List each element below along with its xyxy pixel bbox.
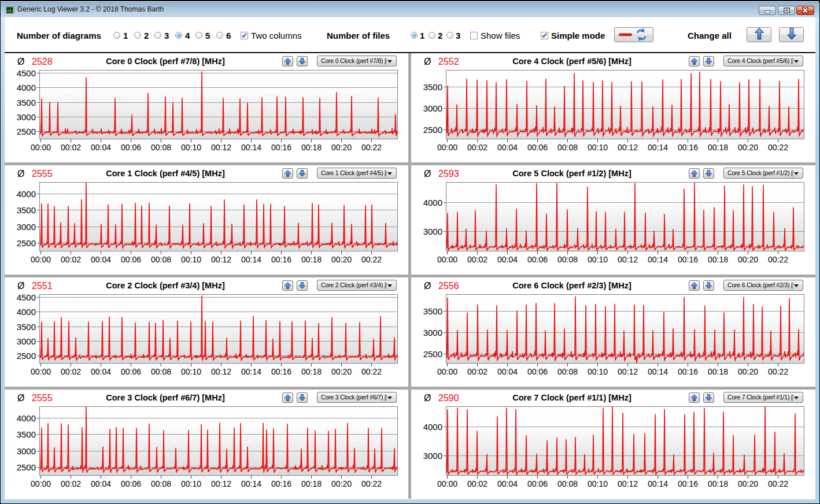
svg-text:00:18: 00:18	[708, 143, 728, 152]
svg-text:00:20: 00:20	[738, 367, 758, 376]
svg-text:00:14: 00:14	[648, 479, 668, 488]
svg-text:3500: 3500	[17, 322, 36, 332]
svg-text:00:14: 00:14	[241, 255, 261, 264]
svg-text:00:06: 00:06	[527, 255, 548, 264]
svg-text:00:18: 00:18	[301, 143, 322, 152]
svg-text:00:22: 00:22	[361, 367, 382, 376]
svg-text:00:16: 00:16	[678, 255, 698, 264]
svg-text:00:20: 00:20	[738, 143, 758, 152]
svg-text:3500: 3500	[423, 306, 442, 316]
svg-text:00:12: 00:12	[211, 143, 231, 152]
svg-text:4000: 4000	[17, 189, 36, 199]
svg-text:00:22: 00:22	[361, 255, 382, 264]
svg-text:00:22: 00:22	[768, 479, 788, 488]
svg-text:00:04: 00:04	[91, 255, 111, 264]
svg-text:00:08: 00:08	[151, 143, 171, 152]
svg-text:00:04: 00:04	[497, 143, 518, 152]
svg-text:00:10: 00:10	[588, 367, 608, 376]
svg-text:00:22: 00:22	[768, 143, 788, 152]
svg-text:00:16: 00:16	[271, 143, 291, 152]
svg-text:00:16: 00:16	[271, 479, 291, 488]
svg-text:4000: 4000	[17, 307, 36, 317]
svg-text:4000: 4000	[423, 422, 442, 432]
svg-text:00:16: 00:16	[678, 479, 698, 488]
svg-text:00:12: 00:12	[211, 255, 231, 264]
svg-text:00:14: 00:14	[648, 255, 668, 264]
svg-text:00:02: 00:02	[61, 479, 81, 488]
svg-text:00:02: 00:02	[467, 255, 487, 264]
svg-text:00:16: 00:16	[678, 143, 698, 152]
svg-text:2500: 2500	[17, 238, 36, 248]
svg-text:4000: 4000	[17, 83, 36, 92]
svg-text:00:18: 00:18	[708, 367, 728, 376]
svg-text:2500: 2500	[17, 127, 36, 136]
svg-text:00:08: 00:08	[151, 367, 171, 376]
svg-text:00:12: 00:12	[618, 143, 638, 152]
svg-text:00:08: 00:08	[151, 479, 171, 488]
svg-text:00:02: 00:02	[61, 143, 81, 152]
svg-text:00:10: 00:10	[588, 255, 608, 264]
svg-text:00:20: 00:20	[331, 255, 352, 264]
svg-text:00:20: 00:20	[738, 255, 758, 264]
svg-text:00:10: 00:10	[181, 367, 201, 376]
svg-text:3500: 3500	[17, 205, 36, 215]
svg-text:00:02: 00:02	[467, 367, 487, 376]
svg-text:00:08: 00:08	[557, 143, 578, 152]
svg-text:00:06: 00:06	[121, 367, 141, 376]
svg-text:00:06: 00:06	[527, 143, 548, 152]
svg-text:00:04: 00:04	[497, 479, 518, 488]
svg-text:00:16: 00:16	[271, 255, 291, 264]
svg-text:3500: 3500	[17, 98, 36, 108]
svg-text:00:04: 00:04	[497, 255, 518, 264]
svg-text:00:10: 00:10	[181, 255, 201, 264]
svg-text:2500: 2500	[17, 351, 36, 361]
svg-text:00:10: 00:10	[588, 479, 608, 488]
svg-text:4000: 4000	[17, 413, 36, 423]
svg-text:2500: 2500	[17, 462, 36, 472]
svg-text:00:10: 00:10	[181, 143, 201, 152]
svg-text:3000: 3000	[17, 336, 36, 346]
svg-text:00:06: 00:06	[527, 367, 548, 376]
svg-text:00:00: 00:00	[31, 367, 51, 376]
svg-text:4500: 4500	[17, 292, 36, 302]
svg-text:00:22: 00:22	[768, 367, 788, 376]
svg-text:00:10: 00:10	[181, 479, 201, 488]
svg-text:00:12: 00:12	[211, 367, 231, 376]
svg-text:00:02: 00:02	[61, 255, 81, 264]
svg-text:00:04: 00:04	[91, 479, 111, 488]
svg-text:00:12: 00:12	[211, 479, 231, 488]
svg-text:00:14: 00:14	[241, 367, 261, 376]
svg-text:00:20: 00:20	[331, 367, 352, 376]
svg-text:00:18: 00:18	[301, 479, 322, 488]
svg-text:00:14: 00:14	[241, 479, 261, 488]
svg-text:3000: 3000	[423, 103, 442, 113]
svg-text:00:14: 00:14	[241, 143, 261, 152]
svg-text:00:00: 00:00	[31, 143, 51, 152]
svg-text:00:22: 00:22	[361, 143, 382, 152]
svg-text:00:08: 00:08	[151, 255, 171, 264]
svg-text:3000: 3000	[423, 227, 442, 236]
svg-text:00:22: 00:22	[768, 255, 788, 264]
svg-text:00:20: 00:20	[331, 143, 352, 152]
svg-text:00:02: 00:02	[467, 479, 487, 488]
svg-text:00:20: 00:20	[738, 479, 758, 488]
svg-text:00:04: 00:04	[91, 143, 111, 152]
svg-text:3000: 3000	[17, 446, 36, 456]
svg-text:00:04: 00:04	[91, 367, 111, 376]
svg-text:3000: 3000	[423, 328, 442, 338]
svg-text:00:00: 00:00	[437, 255, 457, 264]
svg-text:00:10: 00:10	[588, 143, 608, 152]
svg-text:00:06: 00:06	[121, 479, 141, 488]
svg-text:4000: 4000	[423, 198, 442, 207]
svg-text:00:18: 00:18	[301, 255, 322, 264]
svg-text:00:12: 00:12	[618, 479, 638, 488]
svg-text:3000: 3000	[423, 451, 442, 461]
svg-text:00:08: 00:08	[557, 367, 578, 376]
svg-text:00:06: 00:06	[121, 255, 141, 264]
svg-text:2500: 2500	[423, 349, 442, 359]
svg-text:00:08: 00:08	[557, 255, 578, 264]
svg-text:00:00: 00:00	[31, 479, 51, 488]
svg-text:00:16: 00:16	[271, 367, 291, 376]
svg-text:00:20: 00:20	[331, 479, 352, 488]
svg-text:00:12: 00:12	[618, 255, 638, 264]
